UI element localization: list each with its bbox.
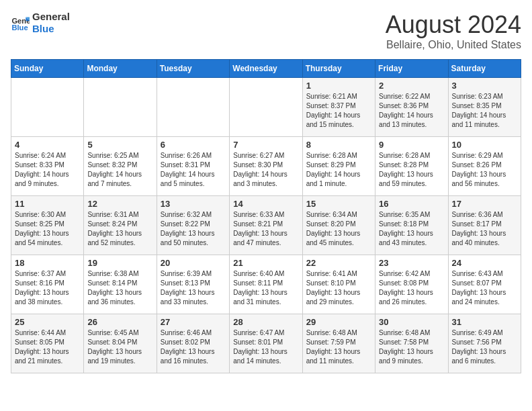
day-info: Sunrise: 6:29 AM Sunset: 8:26 PM Dayligh… (452, 151, 517, 189)
calendar-day-cell: 13Sunrise: 6:32 AM Sunset: 8:22 PM Dayli… (157, 196, 229, 255)
day-number: 17 (452, 199, 517, 209)
day-info: Sunrise: 6:48 AM Sunset: 7:59 PM Dayligh… (306, 328, 371, 366)
day-of-week-header: Thursday (302, 60, 375, 78)
calendar-day-cell: 24Sunrise: 6:43 AM Sunset: 8:07 PM Dayli… (448, 255, 521, 314)
day-number: 24 (452, 258, 517, 268)
day-of-week-header: Saturday (448, 60, 521, 78)
calendar-day-cell: 23Sunrise: 6:42 AM Sunset: 8:08 PM Dayli… (375, 255, 448, 314)
day-info: Sunrise: 6:35 AM Sunset: 8:18 PM Dayligh… (379, 210, 444, 248)
day-of-week-header: Sunday (11, 60, 84, 78)
day-number: 8 (306, 140, 371, 150)
calendar-header-row: SundayMondayTuesdayWednesdayThursdayFrid… (11, 60, 521, 78)
logo: General Blue General Blue (11, 11, 70, 35)
day-number: 14 (233, 199, 298, 209)
day-number: 10 (452, 140, 517, 150)
calendar-day-cell: 20Sunrise: 6:39 AM Sunset: 8:13 PM Dayli… (157, 255, 229, 314)
calendar-day-cell (84, 78, 157, 137)
day-number: 16 (379, 199, 444, 209)
day-number: 3 (452, 81, 517, 91)
day-number: 22 (306, 258, 371, 268)
day-info: Sunrise: 6:28 AM Sunset: 8:29 PM Dayligh… (306, 151, 371, 189)
day-info: Sunrise: 6:33 AM Sunset: 8:21 PM Dayligh… (233, 210, 298, 248)
day-number: 13 (161, 199, 226, 209)
calendar-day-cell: 11Sunrise: 6:30 AM Sunset: 8:25 PM Dayli… (11, 196, 84, 255)
day-of-week-header: Tuesday (157, 60, 229, 78)
day-info: Sunrise: 6:38 AM Sunset: 8:14 PM Dayligh… (87, 269, 152, 307)
day-number: 5 (87, 140, 152, 150)
calendar-day-cell: 7Sunrise: 6:27 AM Sunset: 8:30 PM Daylig… (230, 137, 302, 196)
day-info: Sunrise: 6:27 AM Sunset: 8:30 PM Dayligh… (233, 151, 298, 189)
calendar-day-cell: 6Sunrise: 6:26 AM Sunset: 8:31 PM Daylig… (157, 137, 229, 196)
day-number: 19 (87, 258, 152, 268)
calendar-day-cell: 31Sunrise: 6:49 AM Sunset: 7:56 PM Dayli… (448, 314, 521, 373)
calendar-day-cell: 10Sunrise: 6:29 AM Sunset: 8:26 PM Dayli… (448, 137, 521, 196)
day-info: Sunrise: 6:36 AM Sunset: 8:17 PM Dayligh… (452, 210, 517, 248)
logo-icon: General Blue (11, 13, 30, 32)
calendar-day-cell: 8Sunrise: 6:28 AM Sunset: 8:29 PM Daylig… (302, 137, 375, 196)
calendar-week-row: 25Sunrise: 6:44 AM Sunset: 8:05 PM Dayli… (11, 314, 521, 373)
logo-blue: Blue (32, 23, 70, 35)
day-info: Sunrise: 6:25 AM Sunset: 8:32 PM Dayligh… (87, 151, 152, 189)
day-info: Sunrise: 6:32 AM Sunset: 8:22 PM Dayligh… (161, 210, 226, 248)
calendar-day-cell (11, 78, 84, 137)
day-info: Sunrise: 6:23 AM Sunset: 8:35 PM Dayligh… (452, 92, 517, 130)
title-block: August 2024 Bellaire, Ohio, United State… (386, 11, 521, 51)
calendar-day-cell (157, 78, 229, 137)
day-info: Sunrise: 6:44 AM Sunset: 8:05 PM Dayligh… (15, 328, 80, 366)
month-year-title: August 2024 (386, 11, 521, 39)
calendar-day-cell: 9Sunrise: 6:28 AM Sunset: 8:28 PM Daylig… (375, 137, 448, 196)
day-info: Sunrise: 6:39 AM Sunset: 8:13 PM Dayligh… (161, 269, 226, 307)
day-number: 31 (452, 317, 517, 327)
day-of-week-header: Friday (375, 60, 448, 78)
calendar-day-cell: 26Sunrise: 6:45 AM Sunset: 8:04 PM Dayli… (84, 314, 157, 373)
calendar-day-cell: 18Sunrise: 6:37 AM Sunset: 8:16 PM Dayli… (11, 255, 84, 314)
day-info: Sunrise: 6:34 AM Sunset: 8:20 PM Dayligh… (306, 210, 371, 248)
day-number: 2 (379, 81, 444, 91)
day-number: 20 (161, 258, 226, 268)
day-number: 25 (15, 317, 80, 327)
calendar-day-cell: 28Sunrise: 6:47 AM Sunset: 8:01 PM Dayli… (230, 314, 302, 373)
day-info: Sunrise: 6:41 AM Sunset: 8:10 PM Dayligh… (306, 269, 371, 307)
day-number: 4 (15, 140, 80, 150)
day-number: 18 (15, 258, 80, 268)
calendar-day-cell: 17Sunrise: 6:36 AM Sunset: 8:17 PM Dayli… (448, 196, 521, 255)
day-number: 28 (233, 317, 298, 327)
day-number: 1 (306, 81, 371, 91)
day-info: Sunrise: 6:28 AM Sunset: 8:28 PM Dayligh… (379, 151, 444, 189)
day-number: 6 (161, 140, 226, 150)
svg-text:Blue: Blue (11, 24, 28, 32)
day-info: Sunrise: 6:40 AM Sunset: 8:11 PM Dayligh… (233, 269, 298, 307)
calendar-day-cell: 12Sunrise: 6:31 AM Sunset: 8:24 PM Dayli… (84, 196, 157, 255)
calendar-day-cell (230, 78, 302, 137)
page-header: General Blue General Blue August 2024 Be… (11, 11, 521, 51)
day-info: Sunrise: 6:46 AM Sunset: 8:02 PM Dayligh… (161, 328, 226, 366)
day-info: Sunrise: 6:24 AM Sunset: 8:33 PM Dayligh… (15, 151, 80, 189)
calendar-day-cell: 3Sunrise: 6:23 AM Sunset: 8:35 PM Daylig… (448, 78, 521, 137)
calendar-day-cell: 15Sunrise: 6:34 AM Sunset: 8:20 PM Dayli… (302, 196, 375, 255)
day-of-week-header: Monday (84, 60, 157, 78)
calendar-day-cell: 5Sunrise: 6:25 AM Sunset: 8:32 PM Daylig… (84, 137, 157, 196)
calendar-day-cell: 4Sunrise: 6:24 AM Sunset: 8:33 PM Daylig… (11, 137, 84, 196)
calendar-day-cell: 29Sunrise: 6:48 AM Sunset: 7:59 PM Dayli… (302, 314, 375, 373)
day-of-week-header: Wednesday (230, 60, 302, 78)
calendar-day-cell: 25Sunrise: 6:44 AM Sunset: 8:05 PM Dayli… (11, 314, 84, 373)
calendar-day-cell: 19Sunrise: 6:38 AM Sunset: 8:14 PM Dayli… (84, 255, 157, 314)
day-info: Sunrise: 6:47 AM Sunset: 8:01 PM Dayligh… (233, 328, 298, 366)
day-number: 12 (87, 199, 152, 209)
calendar-week-row: 4Sunrise: 6:24 AM Sunset: 8:33 PM Daylig… (11, 137, 521, 196)
calendar-table: SundayMondayTuesdayWednesdayThursdayFrid… (11, 59, 521, 373)
location-subtitle: Bellaire, Ohio, United States (386, 39, 521, 51)
day-info: Sunrise: 6:43 AM Sunset: 8:07 PM Dayligh… (452, 269, 517, 307)
logo-general: General (32, 11, 70, 23)
day-number: 21 (233, 258, 298, 268)
day-info: Sunrise: 6:48 AM Sunset: 7:58 PM Dayligh… (379, 328, 444, 366)
day-number: 26 (87, 317, 152, 327)
day-number: 15 (306, 199, 371, 209)
calendar-day-cell: 2Sunrise: 6:22 AM Sunset: 8:36 PM Daylig… (375, 78, 448, 137)
calendar-day-cell: 22Sunrise: 6:41 AM Sunset: 8:10 PM Dayli… (302, 255, 375, 314)
calendar-day-cell: 27Sunrise: 6:46 AM Sunset: 8:02 PM Dayli… (157, 314, 229, 373)
calendar-day-cell: 21Sunrise: 6:40 AM Sunset: 8:11 PM Dayli… (230, 255, 302, 314)
day-number: 30 (379, 317, 444, 327)
day-info: Sunrise: 6:42 AM Sunset: 8:08 PM Dayligh… (379, 269, 444, 307)
day-number: 11 (15, 199, 80, 209)
